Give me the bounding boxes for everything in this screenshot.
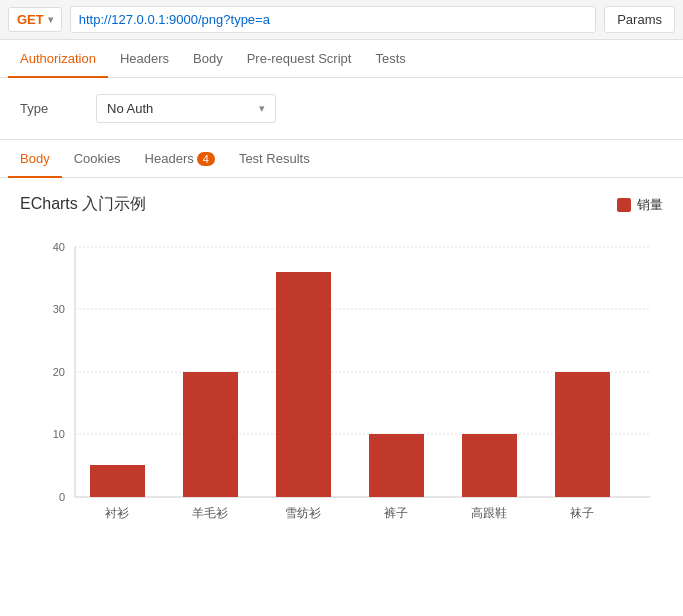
legend-label: 销量	[637, 196, 663, 214]
svg-text:10: 10	[53, 428, 65, 440]
method-chevron-icon: ▾	[48, 14, 53, 25]
tab-body-req[interactable]: Body	[181, 41, 235, 78]
headers-count-badge: 4	[197, 152, 215, 166]
bar-chart: 40 30 20 10 0 衬衫 羊毛衫 雪纺衫	[30, 227, 670, 547]
top-bar: GET ▾ Params	[0, 0, 683, 40]
svg-text:0: 0	[59, 491, 65, 503]
svg-text:雪纺衫: 雪纺衫	[285, 506, 321, 520]
tab-authorization[interactable]: Authorization	[8, 41, 108, 78]
bar-wazi	[555, 372, 610, 497]
bar-chenshan	[90, 465, 145, 497]
tab-cookies[interactable]: Cookies	[62, 141, 133, 178]
auth-section: Type No Auth ▾	[0, 78, 683, 140]
request-tabs: Authorization Headers Body Pre-request S…	[0, 40, 683, 78]
url-input[interactable]	[70, 6, 596, 33]
method-select[interactable]: GET ▾	[8, 7, 62, 32]
svg-text:羊毛衫: 羊毛衫	[192, 506, 228, 520]
chart-header: ECharts 入门示例 销量	[20, 194, 663, 215]
tab-headers[interactable]: Headers	[108, 41, 181, 78]
svg-text:袜子: 袜子	[570, 506, 594, 520]
params-button[interactable]: Params	[604, 6, 675, 33]
bar-yangmaoshan	[183, 372, 238, 497]
svg-text:30: 30	[53, 303, 65, 315]
bar-gaogenpxie	[462, 434, 517, 497]
svg-text:40: 40	[53, 241, 65, 253]
svg-text:衬衫: 衬衫	[105, 506, 129, 520]
auth-select-arrow-icon: ▾	[259, 102, 265, 115]
bar-xuefengshan	[276, 272, 331, 497]
tab-headers-res[interactable]: Headers4	[133, 141, 227, 178]
auth-type-value: No Auth	[107, 101, 153, 116]
auth-type-label: Type	[20, 101, 80, 116]
tab-body-res[interactable]: Body	[8, 141, 62, 178]
bar-kuzi	[369, 434, 424, 497]
svg-text:20: 20	[53, 366, 65, 378]
chart-area: ECharts 入门示例 销量 40 30 20 10 0	[0, 178, 683, 550]
tab-test-results[interactable]: Test Results	[227, 141, 322, 178]
chart-svg-container: 40 30 20 10 0 衬衫 羊毛衫 雪纺衫	[20, 227, 663, 550]
chart-legend: 销量	[617, 196, 663, 214]
tab-pre-request-script[interactable]: Pre-request Script	[235, 41, 364, 78]
auth-type-select[interactable]: No Auth ▾	[96, 94, 276, 123]
tab-tests[interactable]: Tests	[363, 41, 417, 78]
response-tabs: Body Cookies Headers4 Test Results	[0, 140, 683, 178]
method-label: GET	[17, 12, 44, 27]
svg-text:高跟鞋: 高跟鞋	[471, 506, 507, 520]
chart-title: ECharts 入门示例	[20, 194, 146, 215]
tab-headers-label: Headers	[145, 151, 194, 166]
legend-dot-icon	[617, 198, 631, 212]
svg-text:裤子: 裤子	[384, 506, 408, 520]
